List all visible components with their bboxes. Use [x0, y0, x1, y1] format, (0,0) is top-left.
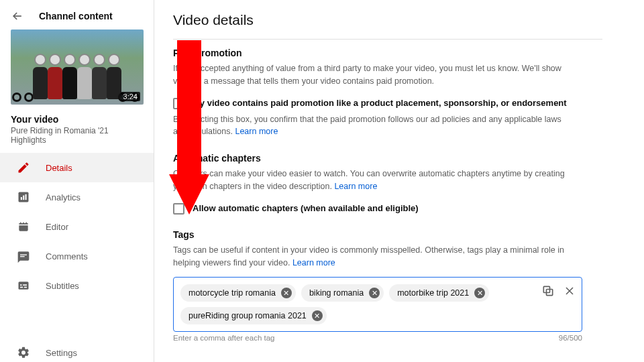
paid-promotion-learn-more-link[interactable]: Learn more: [235, 127, 278, 136]
sidebar-item-comments[interactable]: Comments: [0, 241, 154, 271]
nav-label: Editor: [46, 222, 68, 232]
sidebar-item-editor[interactable]: Editor: [0, 212, 154, 241]
tag-chip: motorcycle trip romania ✕: [180, 284, 296, 302]
nav-label: Subtitles: [46, 281, 79, 291]
back-arrow-icon[interactable]: [11, 9, 24, 23]
main-content: Video details Paid promotion If you acce…: [154, 0, 644, 362]
copy-tags-icon[interactable]: [541, 284, 555, 298]
chart-icon: [16, 190, 31, 204]
tag-chip: pureRiding group romania 2021 ✕: [180, 307, 327, 324]
chapters-heading: Automatic chapters: [173, 153, 625, 164]
comment-icon: [16, 249, 31, 263]
svg-rect-5: [20, 256, 25, 257]
gear-icon: [16, 346, 31, 359]
section-automatic-chapters: Automatic chapters Chapters can make you…: [173, 153, 625, 215]
svg-rect-3: [25, 194, 27, 200]
tag-chip: motorbike trip 2021 ✕: [389, 284, 489, 302]
tag-remove-icon[interactable]: ✕: [312, 310, 323, 321]
tags-counter: 96/500: [559, 334, 582, 342]
clear-tags-icon[interactable]: [563, 284, 576, 298]
settings-label: Settings: [46, 348, 77, 358]
tags-hint: Enter a comma after each tag: [173, 334, 275, 342]
sidebar: Channel content 3:24 Your video Pure Rid…: [0, 0, 154, 362]
your-video-label: Your video: [0, 105, 154, 125]
svg-rect-2: [23, 196, 24, 200]
paid-promotion-sub-body: By selecting this box, you confirm that …: [173, 115, 561, 137]
svg-rect-8: [24, 287, 27, 288]
subtitle-icon: [16, 279, 31, 292]
paid-promotion-checkbox[interactable]: [173, 98, 184, 109]
paid-promotion-heading: Paid promotion: [173, 48, 625, 58]
section-paid-promotion: Paid promotion If you accepted anything …: [173, 48, 625, 138]
paid-promotion-checkbox-label: My video contains paid promotion like a …: [193, 97, 567, 109]
video-thumbnail[interactable]: 3:24: [0, 29, 154, 105]
tag-remove-icon[interactable]: ✕: [369, 288, 380, 298]
svg-rect-7: [20, 287, 23, 288]
sidebar-settings[interactable]: Settings: [0, 333, 154, 362]
svg-rect-4: [20, 255, 27, 255]
clapper-icon: [16, 220, 31, 233]
nav-label: Details: [46, 163, 72, 173]
page-title: Video details: [173, 12, 625, 28]
tag-chip-label: biking romania: [309, 288, 364, 298]
tag-chip: biking romania ✕: [301, 284, 384, 302]
video-title: Pure Riding in Romania '21 Highlights: [0, 125, 154, 153]
svg-rect-10: [23, 284, 27, 286]
tag-chip-label: pureRiding group romania 2021: [189, 311, 307, 320]
tags-heading: Tags: [173, 229, 625, 240]
sidebar-item-subtitles[interactable]: Subtitles: [0, 271, 154, 300]
chapters-checkbox[interactable]: [173, 203, 184, 215]
tags-body: Tags can be useful if content in your vi…: [173, 245, 564, 267]
tags-learn-more-link[interactable]: Learn more: [292, 258, 335, 267]
nav-label: Comments: [46, 251, 88, 261]
tags-input-box[interactable]: motorcycle trip romania ✕ biking romania…: [173, 277, 582, 332]
pencil-icon: [16, 161, 31, 174]
tag-remove-icon[interactable]: ✕: [474, 288, 485, 298]
divider: [173, 39, 602, 40]
svg-rect-9: [20, 284, 22, 286]
tag-chip-label: motorbike trip 2021: [397, 288, 469, 298]
tag-chip-label: motorcycle trip romania: [189, 288, 276, 298]
chapters-checkbox-label: Allow automatic chapters (when available…: [193, 202, 419, 215]
section-tags: Tags Tags can be useful if content in yo…: [173, 229, 625, 343]
svg-rect-1: [21, 197, 22, 200]
sidebar-header: Channel content: [39, 11, 113, 21]
sidebar-item-analytics[interactable]: Analytics: [0, 182, 154, 212]
sidebar-nav: Details Analytics Editor Comments: [0, 153, 154, 300]
sidebar-item-details[interactable]: Details: [0, 153, 154, 182]
tag-remove-icon[interactable]: ✕: [281, 288, 292, 298]
paid-promotion-body: If you accepted anything of value from a…: [173, 62, 576, 88]
thumbnail-duration: 3:24: [121, 92, 140, 101]
chapters-learn-more-link[interactable]: Learn more: [334, 182, 377, 191]
nav-label: Analytics: [46, 192, 80, 202]
